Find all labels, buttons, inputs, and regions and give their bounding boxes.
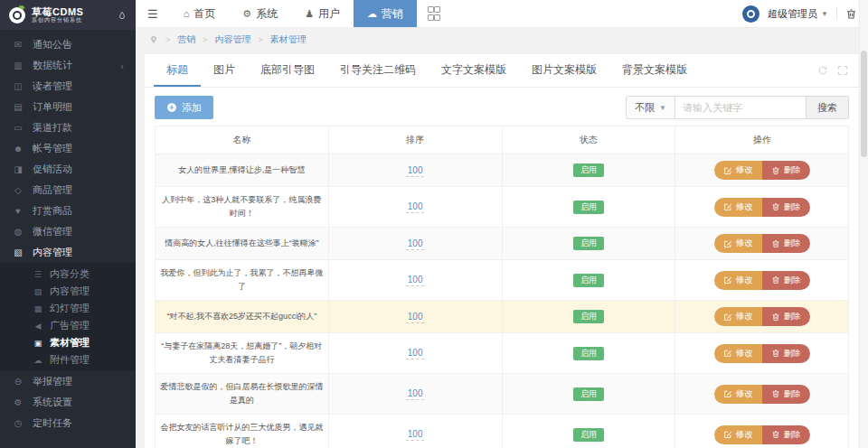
sidebar-subitem[interactable]: ☁附件管理 [0, 351, 136, 369]
sidebar-item[interactable]: ▥数据统计‹ [0, 55, 136, 76]
sidebar-subitem-label: 幻灯管理 [50, 302, 90, 315]
column-header: 操作 [675, 126, 849, 154]
row-actions: 修改删除 [714, 234, 810, 253]
search-button[interactable]: 搜索 [807, 96, 849, 119]
delete-button[interactable]: 删除 [762, 161, 810, 180]
edit-button[interactable]: 修改 [714, 271, 762, 290]
edit-button[interactable]: 修改 [714, 344, 762, 363]
table-row: 女人的世界里,懂得让步,是一种智慧100启用修改删除 [156, 154, 849, 187]
column-header: 名称 [156, 126, 329, 154]
user-menu[interactable]: 超级管理员 ▼ [768, 7, 828, 21]
sidebar-item-label: 内容管理 [33, 246, 72, 259]
sidebar-item[interactable]: ◨促销活动 [0, 159, 136, 180]
sidebar-item[interactable]: ✉通知公告 [0, 34, 136, 55]
nav-item[interactable]: ⚙系统 [229, 0, 291, 27]
row-actions: 修改删除 [714, 271, 810, 290]
sort-value-link[interactable]: 100 [406, 201, 425, 213]
sidebar-item[interactable]: ▭渠道打款 [0, 117, 136, 138]
sidebar-subitem[interactable]: ☰内容分类 [0, 266, 136, 283]
delete-button[interactable]: 删除 [762, 344, 810, 363]
edit-button[interactable]: 修改 [714, 425, 762, 444]
sort-value-link[interactable]: 100 [406, 312, 425, 323]
reader-icon: ◫ [12, 81, 24, 91]
sidebar-item[interactable]: ◫读者管理 [0, 76, 136, 97]
sidebar-subitem[interactable]: ▦幻灯管理 [0, 300, 136, 317]
table-row: 情商高的女人,往往懂得在这些事上“装糊涂”100启用修改删除 [156, 228, 849, 260]
avatar[interactable] [742, 5, 760, 23]
sidebar-item[interactable]: ◇商品管理 [0, 180, 136, 201]
drop-icon [118, 7, 127, 23]
expand-icon[interactable] [837, 65, 848, 76]
delete-button[interactable]: 删除 [762, 425, 810, 444]
trash-icon[interactable] [845, 8, 857, 20]
comment-icon: ✉ [12, 40, 24, 50]
sidebar-item[interactable]: ◍微信管理 [0, 221, 136, 242]
sidebar-item-label: 举报管理 [33, 375, 72, 388]
delete-button[interactable]: 删除 [762, 234, 810, 253]
sidebar-item-label: 促销活动 [33, 163, 72, 176]
trash-icon [771, 430, 780, 439]
tab-5[interactable]: 文字文案模版 [429, 54, 519, 87]
edit-button[interactable]: 修改 [714, 234, 762, 253]
nav-item[interactable]: ⌂首页 [170, 0, 230, 27]
chevron-down-icon: ▼ [659, 104, 666, 112]
sidebar-subitem[interactable]: ▨内容管理 [0, 283, 136, 300]
material-name: 爱情悲歌是假的，但白居易在长恨歌里的深情是真的 [156, 374, 329, 415]
sidebar-item-label: 读者管理 [33, 79, 72, 93]
add-button[interactable]: 添加 [155, 96, 213, 119]
hamburger-icon[interactable]: ☰ [136, 0, 170, 27]
delete-button[interactable]: 删除 [762, 307, 810, 326]
sort-value-link[interactable]: 100 [406, 275, 425, 286]
sidebar-subitem[interactable]: ◀广告管理 [0, 317, 136, 334]
breadcrumb-link[interactable]: 素材管理 [270, 33, 307, 46]
nav-item[interactable]: ☁营销 [354, 0, 417, 27]
sort-value-link[interactable]: 100 [406, 348, 425, 359]
tab-1[interactable]: 标题 [154, 54, 201, 87]
breadcrumb-link[interactable]: 内容管理 [215, 33, 251, 46]
sidebar-subitem-label: 内容分类 [50, 267, 90, 281]
search-input[interactable] [675, 96, 807, 119]
sidebar-item[interactable]: ⊖举报管理 [0, 371, 136, 392]
sidebar-item[interactable]: ⚙系统设置 [0, 392, 136, 413]
sidebar-item[interactable]: ◷定时任务 [0, 413, 136, 434]
tab-7[interactable]: 背景文案模版 [609, 54, 700, 87]
filter-dropdown[interactable]: 不限 ▼ [626, 96, 675, 119]
sidebar-item-label: 渠道打款 [33, 121, 72, 135]
sidebar-item[interactable]: ▧内容管理 [0, 242, 136, 263]
sidebar-item[interactable]: ♥打赏商品 [0, 201, 136, 221]
sidebar-item-label: 通知公告 [33, 38, 72, 51]
tab-4[interactable]: 引导关注二维码 [327, 54, 429, 87]
status-badge: 启用 [573, 387, 604, 401]
edit-button[interactable]: 修改 [714, 385, 762, 404]
page-scrollbar[interactable] [859, 0, 868, 448]
sort-value-link[interactable]: 100 [406, 388, 425, 400]
breadcrumb-link[interactable]: 营销 [177, 33, 195, 46]
sidebar-item[interactable]: ☻帐号管理 [0, 138, 136, 159]
tab-6[interactable]: 图片文案模版 [519, 54, 609, 87]
sort-value-link[interactable]: 100 [406, 429, 425, 441]
trash-icon [771, 166, 780, 175]
status-badge: 启用 [573, 347, 604, 360]
scrollbar-thumb[interactable] [861, 51, 867, 157]
breadcrumb-separator: > [165, 35, 170, 44]
navbar-menu: ⌂首页⚙系统♟用户☁营销 [170, 0, 417, 27]
delete-button[interactable]: 删除 [762, 198, 810, 217]
delete-button[interactable]: 删除 [762, 385, 810, 404]
status-badge: 启用 [573, 201, 604, 214]
sidebar-item-label: 系统设置 [33, 396, 72, 409]
edit-button[interactable]: 修改 [714, 161, 762, 180]
tab-3[interactable]: 底部引导图 [248, 54, 327, 87]
sidebar-subitem[interactable]: ▣素材管理 [0, 334, 136, 351]
sort-value-link[interactable]: 100 [406, 165, 425, 177]
nav-item[interactable]: ♟用户 [291, 0, 354, 27]
row-actions: 修改删除 [714, 385, 810, 404]
sort-value-link[interactable]: 100 [406, 238, 425, 250]
tab-2[interactable]: 图片 [201, 54, 248, 87]
refresh-icon[interactable] [817, 65, 828, 76]
edit-button[interactable]: 修改 [714, 307, 762, 326]
delete-button[interactable]: 删除 [762, 271, 810, 290]
sidebar-item[interactable]: ▤订单明细 [0, 97, 136, 117]
edit-button[interactable]: 修改 [714, 198, 762, 217]
apps-grid-icon[interactable] [428, 6, 439, 21]
sidebar-item-label: 数据统计 [33, 59, 72, 72]
